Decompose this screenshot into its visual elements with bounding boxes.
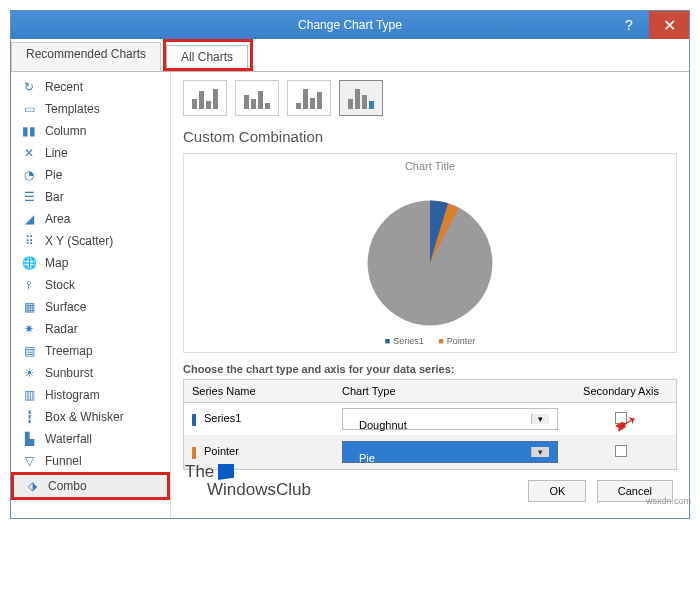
chevron-down-icon: ▾ [531, 414, 549, 424]
main-panel: Custom Combination Chart Title Series1 P… [171, 72, 689, 518]
sidebar-item-box-whisker[interactable]: ┇Box & Whisker [11, 406, 170, 428]
sidebar-item-radar[interactable]: ✷Radar [11, 318, 170, 340]
sunburst-icon: ☀ [21, 365, 37, 381]
sidebar-item-stock[interactable]: ⫯Stock [11, 274, 170, 296]
windows-logo-icon [218, 464, 234, 480]
title-text: Change Chart Type [298, 18, 402, 32]
radar-icon: ✷ [21, 321, 37, 337]
thumb-clustered-column-line-secondary[interactable] [235, 80, 279, 116]
funnel-icon: ▽ [21, 453, 37, 469]
stock-icon: ⫯ [21, 277, 37, 293]
watermark-line2: WindowsClub [207, 480, 311, 500]
line-icon: ✕ [21, 145, 37, 161]
thumb-custom-combination[interactable] [339, 80, 383, 116]
dialog-change-chart-type: Change Chart Type ? ✕ Recommended Charts… [10, 10, 690, 519]
sidebar-item-surface[interactable]: ▦Surface [11, 296, 170, 318]
column-icon: ▮▮ [21, 123, 37, 139]
close-button[interactable]: ✕ [649, 11, 689, 39]
subtype-heading: Custom Combination [183, 128, 677, 145]
legend-pointer: Pointer [438, 336, 475, 346]
sidebar-item-pie[interactable]: ◔Pie [11, 164, 170, 186]
combo-subtype-thumbs [183, 80, 677, 116]
highlight-all-charts: All Charts [163, 39, 253, 71]
box-whisker-icon: ┇ [21, 409, 37, 425]
histogram-icon: ▥ [21, 387, 37, 403]
series-row-series1: Series1 Doughnut ▾ [184, 403, 676, 436]
sidebar-item-area[interactable]: ◢Area [11, 208, 170, 230]
sidebar-item-combo[interactable]: ⬗Combo [14, 475, 167, 497]
col-chart-type: Chart Type [334, 380, 566, 402]
sidebar-item-column[interactable]: ▮▮Column [11, 120, 170, 142]
chart-category-sidebar: ↻Recent ▭Templates ▮▮Column ✕Line ◔Pie ☰… [11, 72, 171, 518]
sidebar-item-funnel[interactable]: ▽Funnel [11, 450, 170, 472]
combo-icon: ⬗ [24, 478, 40, 494]
bar-icon: ☰ [21, 189, 37, 205]
templates-icon: ▭ [21, 101, 37, 117]
source-url: wsxdn.com [646, 496, 691, 506]
area-icon: ◢ [21, 211, 37, 227]
preview-pie-icon [365, 198, 495, 328]
surface-icon: ▦ [21, 299, 37, 315]
treemap-icon: ▤ [21, 343, 37, 359]
chart-type-select-series1[interactable]: Doughnut ▾ [342, 408, 558, 430]
sidebar-item-waterfall[interactable]: ▙Waterfall [11, 428, 170, 450]
sidebar-item-line[interactable]: ✕Line [11, 142, 170, 164]
chart-preview: Chart Title Series1 Pointer [183, 153, 677, 353]
swatch-pointer [192, 447, 196, 459]
ok-button[interactable]: OK [528, 480, 586, 502]
titlebar: Change Chart Type ? ✕ [11, 11, 689, 39]
chevron-down-icon: ▾ [531, 447, 549, 457]
highlight-combo: ⬗Combo [11, 472, 170, 500]
series-row-pointer: Pointer Pie ▾ [184, 436, 676, 469]
recent-icon: ↻ [21, 79, 37, 95]
help-button[interactable]: ? [609, 11, 649, 39]
preview-legend: Series1 Pointer [184, 336, 676, 346]
preview-title: Chart Title [184, 154, 676, 172]
thumb-clustered-column-line[interactable] [183, 80, 227, 116]
tab-all-charts[interactable]: All Charts [166, 45, 248, 68]
sidebar-item-xy[interactable]: ⠿X Y (Scatter) [11, 230, 170, 252]
grid-header: Series Name Chart Type Secondary Axis [184, 380, 676, 403]
sidebar-item-sunburst[interactable]: ☀Sunburst [11, 362, 170, 384]
pie-icon: ◔ [21, 167, 37, 183]
choose-label: Choose the chart type and axis for your … [183, 363, 677, 375]
secondary-axis-checkbox-pointer[interactable] [615, 445, 627, 457]
pointer-name: Pointer [204, 445, 239, 457]
thumb-stacked-area-column[interactable] [287, 80, 331, 116]
sidebar-item-bar[interactable]: ☰Bar [11, 186, 170, 208]
series-grid: Series Name Chart Type Secondary Axis Se… [183, 379, 677, 470]
svg-rect-1 [218, 464, 234, 480]
sidebar-item-histogram[interactable]: ▥Histogram [11, 384, 170, 406]
map-icon: 🌐 [21, 255, 37, 271]
tabstrip: Recommended Charts All Charts [11, 39, 689, 72]
series1-name: Series1 [204, 412, 241, 424]
waterfall-icon: ▙ [21, 431, 37, 447]
col-series-name: Series Name [184, 380, 334, 402]
sidebar-item-map[interactable]: 🌐Map [11, 252, 170, 274]
swatch-series1 [192, 414, 196, 426]
chart-type-select-pointer[interactable]: Pie ▾ [342, 441, 558, 463]
scatter-icon: ⠿ [21, 233, 37, 249]
col-secondary-axis: Secondary Axis [566, 380, 676, 402]
sidebar-item-treemap[interactable]: ▤Treemap [11, 340, 170, 362]
sidebar-item-recent[interactable]: ↻Recent [11, 76, 170, 98]
legend-series1: Series1 [385, 336, 424, 346]
sidebar-item-templates[interactable]: ▭Templates [11, 98, 170, 120]
watermark: The [185, 462, 238, 482]
tab-recommended-charts[interactable]: Recommended Charts [11, 42, 161, 71]
